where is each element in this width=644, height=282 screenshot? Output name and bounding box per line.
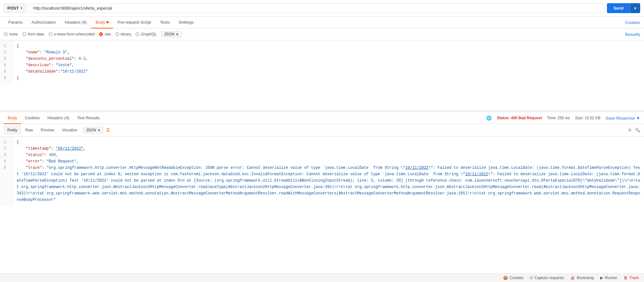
code-line-2: "nome": "Romulo 3", — [17, 49, 640, 56]
response-meta: 🌐 Status: 400 Bad Request Time: 256 ms S… — [486, 115, 640, 121]
line-numbers: 1 2 3 4 5 6 — [0, 40, 13, 84]
code-line-5: "dataValidade":"10/11/2022" — [17, 68, 640, 75]
resp-type-bar: Pretty Raw Preview Visualize JSON ▼ ☰ ⧉ … — [0, 124, 644, 137]
resp-line-1: { — [17, 139, 640, 145]
send-arrow-button[interactable]: ▼ — [630, 3, 640, 13]
resp-code-content: { "timestamp": "04/11/2022", "status": 4… — [13, 137, 644, 206]
form-data-radio — [22, 32, 26, 36]
method-chevron-icon: ▼ — [20, 6, 23, 10]
resp-json-dropdown[interactable]: JSON ▼ — [83, 127, 103, 134]
url-bar: POST ▼ Send ▼ — [0, 0, 644, 17]
body-type-binary[interactable]: binary — [115, 32, 131, 36]
code-line-6: } — [17, 75, 640, 81]
tab-params[interactable]: Params — [4, 17, 27, 28]
tab-body[interactable]: Body — [91, 17, 113, 28]
cookie-icon: 🍪 — [503, 276, 508, 280]
beautify-button[interactable]: Beautify — [625, 32, 640, 37]
resp-raw-btn[interactable]: Raw — [22, 126, 36, 134]
json-dropdown[interactable]: JSON ▼ — [161, 31, 182, 37]
globe-icon: 🌐 — [486, 115, 492, 121]
resp-line-2: "timestamp": "04/11/2022", — [17, 145, 640, 152]
response-action-icons: ⧉ 🔍 — [628, 128, 640, 133]
graphql-radio — [135, 32, 139, 36]
response-header: Body Cookies Headers (4) Test Results 🌐 … — [0, 112, 644, 124]
code-line-3: "desconto_percentual": 0.5, — [17, 56, 640, 62]
body-type-graphql[interactable]: GraphQL — [135, 32, 157, 36]
resp-pretty-btn[interactable]: Pretty — [4, 126, 21, 134]
raw-radio — [99, 32, 103, 36]
body-dot — [106, 21, 109, 23]
body-type-x-www[interactable]: x-www-form-urlencoded — [49, 32, 95, 36]
cookies-link[interactable]: Cookies — [625, 20, 640, 25]
save-response-button[interactable]: Save Response ▼ — [606, 116, 640, 121]
resp-tab-body[interactable]: Body — [4, 112, 21, 124]
response-time: Time: 256 ms — [547, 116, 570, 120]
trash-icon: 🗑 — [624, 276, 628, 280]
bootcamp-bottom[interactable]: ⛵ Bootcamp — [570, 276, 594, 280]
cookies-bottom[interactable]: 🍪 Cookies — [503, 276, 523, 280]
resp-preview-btn[interactable]: Preview — [37, 126, 57, 134]
method-selector[interactable]: POST ▼ — [4, 4, 27, 13]
capture-icon: ⊙ — [530, 276, 533, 280]
code-line-4: "descricao": "teste", — [17, 62, 640, 68]
send-button[interactable]: Send — [607, 3, 630, 13]
search-icon[interactable]: 🔍 — [635, 128, 640, 133]
code-content: { "nome": "Romulo 3", "desconto_percentu… — [13, 40, 644, 84]
request-body-editor[interactable]: 1 2 3 4 5 6 { "nome": "Romulo 3", "desco… — [0, 40, 644, 111]
resp-line-4: "error": "Bad Request", — [17, 158, 640, 165]
runner-icon: ▶ — [600, 276, 603, 280]
body-type-bar: none form-data x-www-form-urlencoded raw… — [0, 28, 644, 40]
none-radio — [4, 32, 8, 36]
url-input[interactable] — [29, 3, 604, 13]
resp-visualize-btn[interactable]: Visualize — [59, 126, 80, 134]
resp-tab-cookies[interactable]: Cookies — [21, 112, 44, 124]
resp-tab-test-results[interactable]: Test Results — [73, 112, 103, 124]
body-type-raw[interactable]: raw — [99, 32, 111, 36]
x-www-radio — [49, 32, 52, 36]
capture-requests-bottom[interactable]: ⊙ Capture requests — [530, 276, 564, 280]
bootcamp-icon: ⛵ — [570, 276, 575, 280]
send-group: Send ▼ — [607, 3, 640, 13]
tab-authorization[interactable]: Authorization — [27, 17, 60, 28]
binary-radio — [115, 32, 119, 36]
copy-icon[interactable]: ⧉ — [628, 128, 631, 133]
bottom-bar: 🍪 Cookies ⊙ Capture requests ⛵ Bootcamp … — [0, 273, 644, 282]
status-badge: Status: 400 Bad Request — [497, 116, 542, 120]
request-tabs: Params Authorization Headers (9) Body Pr… — [0, 17, 644, 28]
code-line-1: { — [17, 43, 640, 49]
tab-headers[interactable]: Headers (9) — [60, 17, 91, 28]
method-label: POST — [7, 6, 19, 11]
resp-line-5: "trace": "org.springframework.http.conve… — [17, 165, 640, 203]
tab-tests[interactable]: Tests — [156, 17, 174, 28]
resp-line-3: "status": 400, — [17, 152, 640, 158]
tab-pre-request[interactable]: Pre-request Script — [113, 17, 156, 28]
runner-bottom[interactable]: ▶ Runner — [600, 276, 617, 280]
resp-line-numbers: 1 2 3 4 5 — [0, 137, 13, 206]
body-type-none[interactable]: none — [4, 32, 18, 36]
response-body: 1 2 3 4 5 { "timestamp": "04/11/2022", "… — [0, 137, 644, 273]
trash-bottom[interactable]: 🗑 Trash — [624, 276, 639, 280]
response-size: Size: 10.02 KB — [575, 116, 600, 120]
tab-settings[interactable]: Settings — [174, 17, 198, 28]
resp-tab-headers[interactable]: Headers (4) — [44, 112, 73, 124]
body-type-form-data[interactable]: form-data — [22, 32, 44, 36]
filter-icon[interactable]: ☰ — [106, 128, 110, 133]
